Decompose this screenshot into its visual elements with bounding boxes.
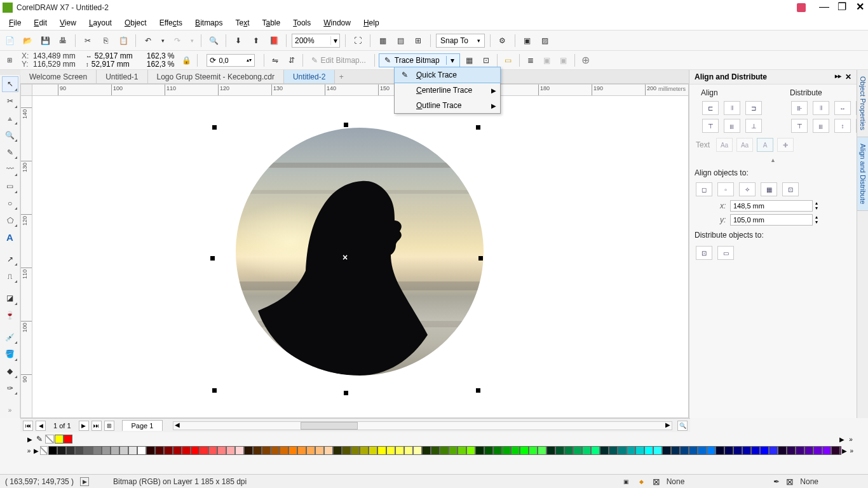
palette-swatch-12[interactable]: [155, 446, 164, 455]
palette-swatch-86[interactable]: [813, 446, 822, 455]
palette-swatch-33[interactable]: [342, 446, 351, 455]
palette-swatch-42[interactable]: [422, 446, 431, 455]
horizontal-scrollbar[interactable]: ◀ ▶: [173, 421, 672, 430]
straighten-button[interactable]: ▭: [501, 53, 515, 67]
palette-swatch-27[interactable]: [288, 446, 297, 455]
search-content-button[interactable]: 🔍: [207, 34, 220, 48]
palette-swatch-59[interactable]: [573, 446, 582, 455]
dist-spacing-h[interactable]: ↔: [834, 101, 851, 115]
palette-swatch-19[interactable]: [217, 446, 226, 455]
vertical-ruler[interactable]: 14013012011010090: [21, 96, 32, 417]
height-value[interactable]: 52,917 mm: [92, 60, 136, 69]
menu-view[interactable]: View: [53, 17, 83, 29]
page-next[interactable]: ▶: [79, 421, 89, 431]
transparency-tool[interactable]: 🍷: [2, 308, 18, 323]
palette-swatch-8[interactable]: [119, 446, 128, 455]
outline-pen-icon[interactable]: ✒: [773, 477, 780, 486]
align-center-h[interactable]: ⫴: [724, 101, 740, 115]
publish-pdf-button[interactable]: 📕: [267, 34, 281, 48]
crop-bitmap-button[interactable]: ⊡: [479, 53, 493, 67]
palette-swatch-79[interactable]: [751, 446, 760, 455]
drop-shadow-tool[interactable]: ◪: [2, 290, 18, 306]
palette-swatch-63[interactable]: [609, 446, 618, 455]
doc-palette-expand[interactable]: »: [846, 436, 855, 443]
trace-bitmap-dropdown[interactable]: ▾: [446, 56, 454, 65]
palette-swatch-71[interactable]: [680, 446, 689, 455]
cut-button[interactable]: ✂: [81, 34, 95, 48]
palette-swatch-49[interactable]: [484, 446, 493, 455]
doc-swatch-0[interactable]: [55, 435, 64, 444]
copy-button[interactable]: ⎘: [98, 34, 112, 48]
palette-swatch-77[interactable]: [733, 446, 742, 455]
palette-swatch-34[interactable]: [351, 446, 360, 455]
align-bottom[interactable]: ⊥: [745, 119, 762, 133]
doc-palette-left[interactable]: ▶: [25, 436, 34, 443]
rectangle-tool[interactable]: ▭: [2, 179, 18, 194]
palette-swatch-10[interactable]: [137, 446, 146, 455]
redo-button[interactable]: ↷: [170, 34, 184, 48]
palette-menu[interactable]: »: [25, 447, 32, 454]
outline-trace-item[interactable]: Outline Trace ▶: [395, 98, 500, 113]
width-value[interactable]: 52,917 mm: [95, 52, 139, 60]
palette-expand[interactable]: »: [848, 447, 855, 454]
palette-swatch-37[interactable]: [377, 446, 386, 455]
menu-effects[interactable]: Effects: [153, 17, 189, 29]
dist-spacing-v[interactable]: ↕: [834, 119, 851, 133]
palette-swatch-39[interactable]: [395, 446, 404, 455]
play-hint-icon[interactable]: ▶: [80, 477, 89, 486]
palette-swatch-17[interactable]: [200, 446, 208, 455]
palette-swatch-65[interactable]: [627, 446, 635, 455]
user-icon[interactable]: [797, 3, 806, 12]
palette-swatch-64[interactable]: [618, 446, 627, 455]
options-button[interactable]: ⚙: [496, 34, 510, 48]
menu-edit[interactable]: Edit: [27, 17, 53, 29]
shape-tool[interactable]: ✂: [2, 93, 18, 109]
menu-window[interactable]: Window: [317, 17, 357, 29]
palette-swatch-5[interactable]: [93, 446, 102, 455]
dist-to-page[interactable]: ▭: [717, 246, 734, 260]
menu-bitmaps[interactable]: Bitmaps: [189, 17, 229, 29]
lock-ratio-button[interactable]: 🔒: [179, 53, 193, 67]
palette-swatch-18[interactable]: [208, 446, 217, 455]
palette-swatch-31[interactable]: [324, 446, 333, 455]
wrap-text-button[interactable]: ≣: [524, 53, 538, 67]
selection-handle-e[interactable]: [478, 256, 483, 261]
interactive-fill-tool[interactable]: 🪣: [2, 346, 18, 362]
zoom-input[interactable]: [292, 36, 330, 45]
palette-swatch-58[interactable]: [564, 446, 573, 455]
dist-left[interactable]: ⊪: [791, 101, 808, 115]
rotation-input[interactable]: [219, 57, 244, 64]
selection-handle-se[interactable]: [476, 388, 480, 393]
menu-layout[interactable]: Layout: [83, 17, 118, 29]
color-proof-icon[interactable]: ▣: [622, 477, 631, 486]
palette-swatch-87[interactable]: [822, 446, 831, 455]
bitmap-object[interactable]: [236, 128, 484, 376]
palette-swatch-46[interactable]: [458, 446, 466, 455]
palette-swatch-16[interactable]: [191, 446, 200, 455]
ruler-origin[interactable]: [21, 85, 32, 96]
palette-swatch-73[interactable]: [698, 446, 707, 455]
palette-swatch-23[interactable]: [253, 446, 262, 455]
overprint-1[interactable]: ▣: [540, 53, 554, 67]
y-value[interactable]: 116,529 mm: [33, 60, 76, 69]
palette-swatch-54[interactable]: [529, 446, 538, 455]
palette-swatch-50[interactable]: [493, 446, 502, 455]
palette-swatch-14[interactable]: [173, 446, 182, 455]
no-fill-swatch[interactable]: [40, 446, 48, 455]
add-tab-button[interactable]: +: [335, 70, 348, 83]
palette-swatch-57[interactable]: [555, 446, 564, 455]
x-value[interactable]: 143,489 mm: [33, 52, 76, 60]
palette-swatch-29[interactable]: [306, 446, 315, 455]
palette-swatch-75[interactable]: [715, 446, 724, 455]
show-grid-button[interactable]: ▤: [393, 34, 407, 48]
menu-tools[interactable]: Tools: [287, 17, 317, 29]
polygon-tool[interactable]: ⬠: [2, 212, 18, 228]
palette-swatch-35[interactable]: [360, 446, 369, 455]
resample-button[interactable]: ▦: [463, 53, 477, 67]
horizontal-scrollbar-thumb[interactable]: [301, 422, 358, 430]
align-to-grid[interactable]: ▦: [761, 182, 777, 196]
paste-button[interactable]: 📋: [116, 34, 130, 48]
minimize-button[interactable]: —: [818, 3, 830, 13]
menu-file[interactable]: File: [3, 17, 27, 29]
palette-swatch-6[interactable]: [102, 446, 111, 455]
